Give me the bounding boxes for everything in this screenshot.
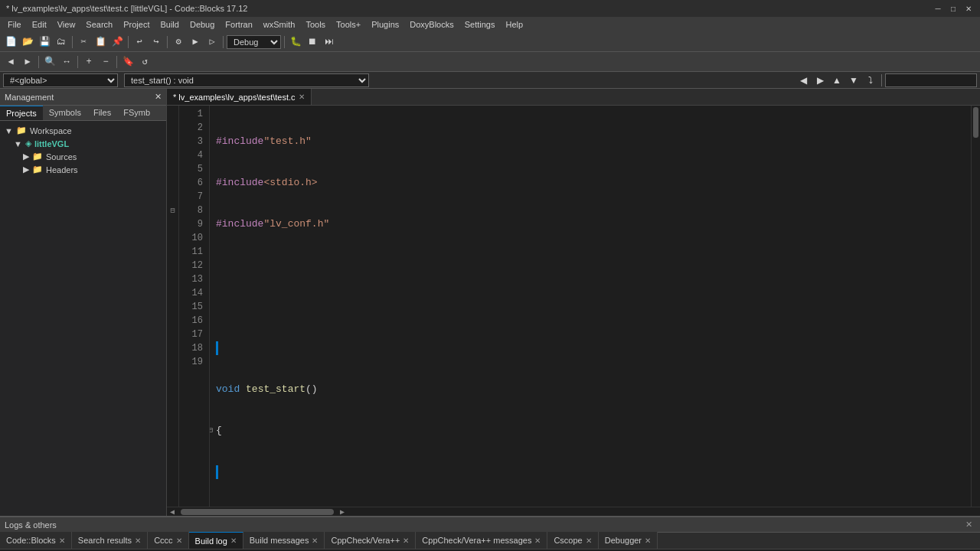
tab-cscope[interactable]: Cscope ✕ <box>547 532 598 549</box>
editor-tab-main[interactable]: * lv_examples\lv_apps\test\test.c ✕ <box>167 89 312 105</box>
replace-icon[interactable]: ↔ <box>59 54 74 70</box>
editor-scrollbar-v[interactable] <box>971 106 980 507</box>
redo-btn[interactable]: ↪ <box>149 34 164 50</box>
sep1 <box>72 36 73 48</box>
tab-search-close[interactable]: ✕ <box>135 536 141 545</box>
sources-item[interactable]: ▶ 📁 Sources <box>18 150 166 163</box>
tab-buildlog-close[interactable]: ✕ <box>230 536 237 545</box>
zoom-in-icon[interactable]: + <box>81 54 96 70</box>
build-run-btn[interactable]: ▷ <box>204 34 220 50</box>
scrollbar-thumb-v[interactable] <box>973 107 978 138</box>
title-bar-controls: ─ □ ✕ <box>933 3 974 14</box>
tab-codeblocks[interactable]: Code::Blocks ✕ <box>0 532 72 549</box>
menu-doxyblocks[interactable]: DoxyBlocks <box>405 18 458 31</box>
tab-cppcheck1[interactable]: CppCheck/Vera++ ✕ <box>325 532 416 549</box>
bookmark-icon[interactable]: 🔖 <box>120 54 136 70</box>
h-scroll-thumb[interactable] <box>181 509 334 515</box>
gutter-1 <box>167 107 178 121</box>
code-editor[interactable]: ⊟ 12345 678910 1112131415 16171819 <box>167 106 980 507</box>
h-scroll[interactable]: ◀ ▶ <box>167 507 980 516</box>
tab-build-messages[interactable]: Build messages ✕ <box>243 532 325 549</box>
tab-debugger-close[interactable]: ✕ <box>645 536 651 545</box>
maximize-button[interactable]: □ <box>948 3 959 14</box>
tab-cccc-close[interactable]: ✕ <box>176 536 182 545</box>
tab-codeblocks-close[interactable]: ✕ <box>59 536 65 545</box>
prev-btn[interactable]: ◀ <box>3 54 18 70</box>
nav-down-btn[interactable]: ▼ <box>846 73 861 88</box>
stop-btn[interactable]: ⏹ <box>305 34 320 50</box>
undo-btn[interactable]: ↩ <box>132 34 147 50</box>
project-item[interactable]: ▼ ◈ littleVGL <box>9 137 166 150</box>
tab-buildmsg-close[interactable]: ✕ <box>312 536 318 545</box>
tab-cppcheck1-close[interactable]: ✕ <box>403 536 409 545</box>
menu-wxsmith[interactable]: wxSmith <box>259 18 300 31</box>
scroll-right-btn[interactable]: ▶ <box>337 507 348 517</box>
menu-plugins[interactable]: Plugins <box>367 18 403 31</box>
tab-fsymb[interactable]: FSymb <box>117 106 156 120</box>
sep7 <box>77 56 78 68</box>
menu-fortran[interactable]: Fortran <box>220 18 256 31</box>
tab-cppcheck2[interactable]: CppCheck/Vera++ messages ✕ <box>416 532 547 549</box>
logs-header: Logs & others ✕ <box>0 517 980 533</box>
minimize-button[interactable]: ─ <box>933 3 943 14</box>
menu-help[interactable]: Help <box>501 18 528 31</box>
search-icon[interactable]: 🔍 <box>42 54 57 70</box>
editor-area: * lv_examples\lv_apps\test\test.c ✕ ⊟ <box>167 89 980 516</box>
tab-symbols[interactable]: Symbols <box>43 106 87 120</box>
headers-expand-icon: ▶ <box>23 165 29 174</box>
save-btn[interactable]: 💾 <box>37 34 52 50</box>
nav-jump-btn[interactable]: ⤵ <box>863 73 878 88</box>
global-scope-combo[interactable]: #<global> <box>3 73 118 87</box>
nav-fwd-btn[interactable]: ▶ <box>812 73 828 88</box>
run-btn[interactable]: ▶ <box>188 34 203 50</box>
nav-up-btn[interactable]: ▲ <box>829 73 844 88</box>
sidebar-content: ▼ 📁 Workspace ▼ ◈ littleVGL ▶ 📁 Sources … <box>0 121 166 516</box>
tab-search-results[interactable]: Search results ✕ <box>72 532 148 549</box>
cut-btn[interactable]: ✂ <box>76 34 91 50</box>
menu-search[interactable]: Search <box>81 18 117 31</box>
workspace-item[interactable]: ▼ 📁 Workspace <box>0 124 166 137</box>
open-btn[interactable]: 📂 <box>20 34 35 50</box>
menu-debug[interactable]: Debug <box>185 18 219 31</box>
close-button[interactable]: ✕ <box>963 3 974 14</box>
zoom-out-icon[interactable]: − <box>98 54 113 70</box>
menu-tools-plus[interactable]: Tools+ <box>332 18 365 31</box>
build-btn[interactable]: ⚙ <box>171 34 186 50</box>
sep9 <box>881 74 882 86</box>
function-combo[interactable]: test_start() : void <box>124 73 369 87</box>
new-btn[interactable]: 📄 <box>3 34 18 50</box>
paste-btn[interactable]: 📌 <box>109 34 125 50</box>
tab-cppcheck2-close[interactable]: ✕ <box>534 536 541 545</box>
refresh-icon[interactable]: ↺ <box>137 54 152 70</box>
code-content[interactable]: #include "test.h" #include <stdio.h> #in… <box>210 106 971 507</box>
editor-tab-close[interactable]: ✕ <box>299 93 305 101</box>
nav-back-btn[interactable]: ◀ <box>795 73 811 88</box>
tab-cccc[interactable]: Cccc ✕ <box>148 532 188 549</box>
next-btn[interactable]: ▶ <box>20 54 35 70</box>
menu-settings[interactable]: Settings <box>460 18 500 31</box>
scroll-left-btn[interactable]: ◀ <box>167 507 178 517</box>
sidebar-close-btn[interactable]: ✕ <box>155 92 162 102</box>
logs-close-btn[interactable]: ✕ <box>965 520 972 530</box>
copy-btn[interactable]: 📋 <box>93 34 108 50</box>
build-config-combo[interactable]: Debug Release <box>227 35 281 49</box>
gutter-13 <box>167 272 178 286</box>
step-btn[interactable]: ⏭ <box>322 34 337 50</box>
debug-btn[interactable]: 🐛 <box>288 34 303 50</box>
menu-project[interactable]: Project <box>119 18 154 31</box>
tab-build-log[interactable]: Build log ✕ <box>189 532 243 549</box>
tab-files[interactable]: Files <box>87 106 117 120</box>
menu-edit[interactable]: Edit <box>28 18 51 31</box>
menu-build[interactable]: Build <box>155 18 183 31</box>
gutter-11 <box>167 245 178 259</box>
menu-tools[interactable]: Tools <box>301 18 330 31</box>
menu-view[interactable]: View <box>53 18 80 31</box>
tab-projects[interactable]: Projects <box>0 106 43 120</box>
headers-item[interactable]: ▶ 📁 Headers <box>18 163 166 176</box>
project-icon: ◈ <box>25 139 31 148</box>
search-field[interactable] <box>885 73 977 87</box>
tab-debugger[interactable]: Debugger ✕ <box>599 532 658 549</box>
menu-file[interactable]: File <box>3 18 26 31</box>
save-all-btn[interactable]: 🗂 <box>54 34 69 50</box>
tab-cscope-close[interactable]: ✕ <box>586 536 592 545</box>
